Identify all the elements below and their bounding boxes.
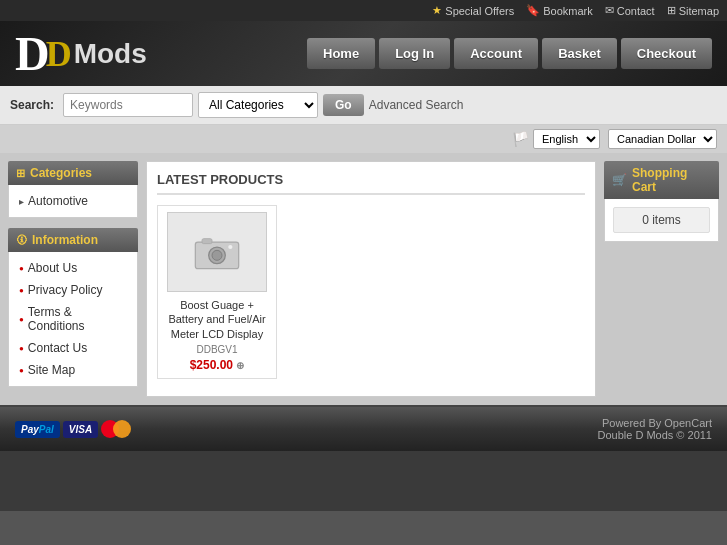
information-body: ● About Us ● Privacy Policy ● Terms & Co… xyxy=(8,252,138,387)
lang-bar: 🏳️ English Canadian Dollar xyxy=(0,125,727,153)
sitemap-link[interactable]: ⊞ Sitemap xyxy=(667,4,719,17)
currency-select[interactable]: Canadian Dollar xyxy=(608,129,717,149)
language-select[interactable]: English xyxy=(533,129,600,149)
cart-items-count: 0 items xyxy=(613,207,710,233)
left-sidebar: ⊞ Categories ▸ Automotive 🛈 Information … xyxy=(8,161,138,397)
product-name: Boost Guage + Battery and Fuel/Air Meter… xyxy=(164,298,270,341)
search-input[interactable] xyxy=(63,93,193,117)
footer: PayPal VISA Powered By OpenCart Double D… xyxy=(0,405,727,451)
bottom-dark-area xyxy=(0,451,727,511)
bullet-icon: ● xyxy=(19,315,24,324)
category-select[interactable]: All Categories xyxy=(198,92,318,118)
logo-d: D xyxy=(15,30,50,78)
sidebar-item-sitemap[interactable]: ● Site Map xyxy=(9,359,137,381)
account-button[interactable]: Account xyxy=(454,38,538,69)
main-content: ⊞ Categories ▸ Automotive 🛈 Information … xyxy=(0,153,727,405)
visa-badge: VISA xyxy=(63,421,98,438)
content-title: LATEST PRODUCTS xyxy=(157,172,585,195)
logo-d-inner: D xyxy=(46,36,72,72)
product-grid: Boost Guage + Battery and Fuel/Air Meter… xyxy=(157,205,585,379)
cart-icon: 🛒 xyxy=(612,173,627,187)
language-selector: 🏳️ English xyxy=(512,129,600,149)
checkout-button[interactable]: Checkout xyxy=(621,38,712,69)
payment-icons: PayPal VISA xyxy=(15,420,131,438)
categories-title: ⊞ Categories xyxy=(8,161,138,185)
powered-by: Powered By OpenCart xyxy=(597,417,712,429)
footer-text: Powered By OpenCart Double D Mods © 2011 xyxy=(597,417,712,441)
price-add-icon[interactable]: ⊕ xyxy=(236,360,244,371)
mc-circle-orange xyxy=(113,420,131,438)
categories-section: ⊞ Categories ▸ Automotive xyxy=(8,161,138,218)
main-nav: Home Log In Account Basket Checkout xyxy=(307,38,712,69)
info-icon: 🛈 xyxy=(16,234,27,246)
information-title: 🛈 Information xyxy=(8,228,138,252)
email-icon: ✉ xyxy=(605,4,614,17)
product-sku: DDBGV1 xyxy=(164,344,270,355)
sitemap-icon: ⊞ xyxy=(667,4,676,17)
svg-rect-3 xyxy=(202,239,212,244)
information-section: 🛈 Information ● About Us ● Privacy Polic… xyxy=(8,228,138,387)
product-content: LATEST PRODUCTS Boost Guage + Battery an… xyxy=(146,161,596,397)
logo-mods: Mods xyxy=(74,38,147,70)
home-button[interactable]: Home xyxy=(307,38,375,69)
basket-button[interactable]: Basket xyxy=(542,38,617,69)
star-icon: ★ xyxy=(432,4,442,17)
search-label: Search: xyxy=(10,98,54,112)
go-button[interactable]: Go xyxy=(323,94,364,116)
bullet-icon: ● xyxy=(19,366,24,375)
sidebar-item-privacy[interactable]: ● Privacy Policy xyxy=(9,279,137,301)
flag-icon: 🏳️ xyxy=(512,131,529,147)
bullet-icon: ● xyxy=(19,286,24,295)
cart-sidebar: 🛒 Shopping Cart 0 items xyxy=(604,161,719,397)
categories-icon: ⊞ xyxy=(16,167,25,180)
cart-title: 🛒 Shopping Cart xyxy=(604,161,719,199)
bookmark-link[interactable]: 🔖 Bookmark xyxy=(526,4,593,17)
login-button[interactable]: Log In xyxy=(379,38,450,69)
sidebar-item-contact[interactable]: ● Contact Us xyxy=(9,337,137,359)
paypal-badge: PayPal xyxy=(15,421,60,438)
product-card[interactable]: Boost Guage + Battery and Fuel/Air Meter… xyxy=(157,205,277,379)
bullet-icon: ● xyxy=(19,344,24,353)
top-bar: ★ Special Offers 🔖 Bookmark ✉ Contact ⊞ … xyxy=(0,0,727,21)
bullet-icon: ● xyxy=(19,264,24,273)
product-image xyxy=(167,212,267,292)
special-offers-link[interactable]: ★ Special Offers xyxy=(432,4,514,17)
categories-body: ▸ Automotive xyxy=(8,185,138,218)
product-price: $250.00 ⊕ xyxy=(164,358,270,372)
copyright: Double D Mods © 2011 xyxy=(597,429,712,441)
bookmark-icon: 🔖 xyxy=(526,4,540,17)
svg-point-4 xyxy=(228,245,232,249)
svg-point-2 xyxy=(212,250,222,260)
contact-link[interactable]: ✉ Contact xyxy=(605,4,655,17)
mastercard-badge xyxy=(101,420,131,438)
header: D D Mods Home Log In Account Basket Chec… xyxy=(0,21,727,86)
advanced-search-link[interactable]: Advanced Search xyxy=(369,98,464,112)
currency-selector: Canadian Dollar xyxy=(608,129,717,149)
sidebar-item-terms[interactable]: ● Terms & Conditions xyxy=(9,301,137,337)
cart-body: 0 items xyxy=(604,199,719,242)
arrow-icon: ▸ xyxy=(19,196,24,207)
logo[interactable]: D D Mods xyxy=(15,30,147,78)
search-bar: Search: All Categories Go Advanced Searc… xyxy=(0,86,727,125)
sidebar-item-about[interactable]: ● About Us xyxy=(9,257,137,279)
camera-icon xyxy=(192,232,242,272)
sidebar-item-automotive[interactable]: ▸ Automotive xyxy=(9,190,137,212)
